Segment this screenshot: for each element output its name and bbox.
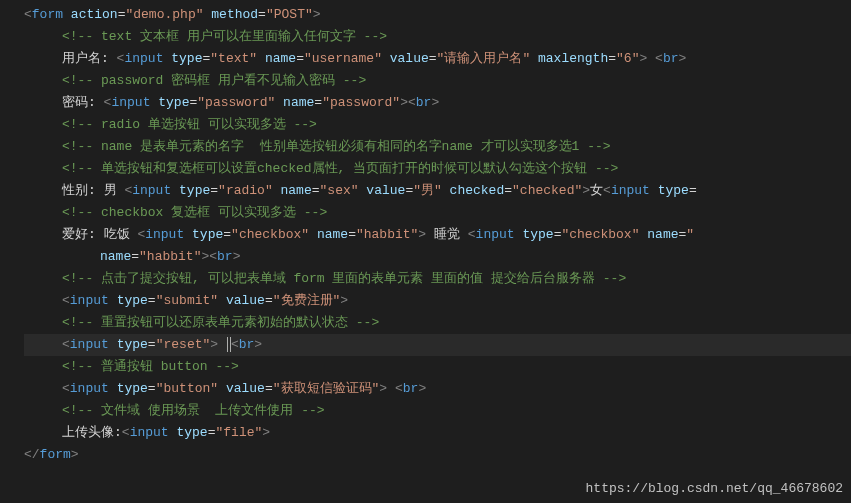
token-str: "submit" [156,293,218,308]
code-editor[interactable]: <form action="demo.php" method="POST"><!… [0,0,851,466]
token-txt [530,51,538,66]
code-line[interactable]: <!-- 点击了提交按钮, 可以把表单域 form 里面的表单元素 里面的值 提… [24,268,851,290]
token-txt: 用户名: [62,51,117,66]
token-cmt: <!-- name 是表单元素的名字 性别单选按钮必须有相同的名字name 才可… [62,139,611,154]
token-str: "username" [304,51,382,66]
token-txt [309,227,317,242]
token-str: "habbit" [356,227,418,242]
token-attr: type [176,425,207,440]
token-cmt: <!-- 普通按钮 button --> [62,359,239,374]
code-line[interactable]: <!-- 单选按钮和复选框可以设置checked属性, 当页面打开的时候可以默认… [24,158,851,180]
token-attr: name [281,183,312,198]
token-cmt: <!-- password 密码框 用户看不见输入密码 --> [62,73,366,88]
token-attr: type [179,183,210,198]
token-br: < [24,7,32,22]
token-txt: 女 [590,183,603,198]
token-txt [387,381,395,396]
code-line[interactable]: 密码: <input type="password" name="passwor… [24,92,851,114]
token-br: < [395,381,403,396]
token-tag: input [145,227,184,242]
token-txt [171,183,179,198]
code-line[interactable]: <!-- radio 单选按钮 可以实现多选 --> [24,114,851,136]
token-eq: = [265,293,273,308]
token-br: > [418,227,426,242]
token-str: " [686,227,694,242]
code-line[interactable]: <!-- 文件域 使用场景 上传文件使用 --> [24,400,851,422]
token-attr: action [71,7,118,22]
token-attr: value [366,183,405,198]
token-br: > [254,337,262,352]
token-br: < [62,293,70,308]
token-tag: input [611,183,650,198]
token-str: "password" [197,95,275,110]
code-line[interactable]: <input type="reset"> <br> [24,334,851,356]
code-line[interactable]: <input type="button" value="获取短信验证码"> <b… [24,378,851,400]
token-br: > [379,381,387,396]
code-line[interactable]: <input type="submit" value="免费注册"> [24,290,851,312]
token-eq: = [210,183,218,198]
token-txt [184,227,192,242]
token-tag: form [40,447,71,462]
code-line[interactable]: <!-- name 是表单元素的名字 性别单选按钮必须有相同的名字name 才可… [24,136,851,158]
code-line[interactable]: <!-- 重置按钮可以还原表单元素初始的默认状态 --> [24,312,851,334]
token-attr: checked [450,183,505,198]
code-line[interactable]: <!-- text 文本框 用户可以在里面输入任何文字 --> [24,26,851,48]
token-txt [109,381,117,396]
code-line[interactable]: <!-- password 密码框 用户看不见输入密码 --> [24,70,851,92]
token-cmt: <!-- 点击了提交按钮, 可以把表单域 form 里面的表单元素 里面的值 提… [62,271,626,286]
code-line[interactable]: <form action="demo.php" method="POST"> [24,4,851,26]
token-eq: = [258,7,266,22]
token-attr: type [522,227,553,242]
token-tag: form [32,7,63,22]
token-br: > [71,447,79,462]
code-line[interactable]: 用户名: <input type="text" name="username" … [24,48,851,70]
token-cmt: <!-- 单选按钮和复选框可以设置checked属性, 当页面打开的时候可以默认… [62,161,618,176]
token-txt: 密码: [62,95,104,110]
code-line[interactable]: 上传头像:<input type="file"> [24,422,851,444]
token-str: "sex" [320,183,359,198]
code-line[interactable]: 爱好: 吃饭 <input type="checkbox" name="habb… [24,224,851,246]
token-str: "password" [322,95,400,110]
token-tag: input [130,425,169,440]
token-eq: = [429,51,437,66]
token-br: < [231,337,239,352]
token-attr: value [226,381,265,396]
token-txt [109,337,117,352]
token-cmt: <!-- radio 单选按钮 可以实现多选 --> [62,117,317,132]
token-txt: 上传头像: [62,425,122,440]
token-br: < [655,51,663,66]
token-cmt: <!-- 重置按钮可以还原表单元素初始的默认状态 --> [62,315,379,330]
token-txt [63,7,71,22]
token-attr: type [117,337,148,352]
token-txt [218,337,226,352]
token-eq: = [312,183,320,198]
token-txt [218,293,226,308]
code-line[interactable]: 性别: 男 <input type="radio" name="sex" val… [24,180,851,202]
token-eq: = [148,293,156,308]
token-attr: type [658,183,689,198]
token-str: "男" [413,183,442,198]
token-tag: input [111,95,150,110]
token-str: "text" [210,51,257,66]
code-line[interactable]: <!-- 普通按钮 button --> [24,356,851,378]
token-cmt: <!-- 文件域 使用场景 上传文件使用 --> [62,403,325,418]
token-txt: 性别: 男 [62,183,124,198]
token-br: < [468,227,476,242]
token-txt [257,51,265,66]
token-str: "checkbox" [231,227,309,242]
token-eq: = [148,337,156,352]
token-eq: = [265,381,273,396]
token-br: > [340,293,348,308]
token-str: "button" [156,381,218,396]
token-attr: type [171,51,202,66]
token-attr: name [317,227,348,242]
token-eq: = [689,183,697,198]
code-line[interactable]: <!-- checkbox 复选框 可以实现多选 --> [24,202,851,224]
code-line[interactable]: name="habbit"><br> [24,246,851,268]
code-line[interactable]: </form> [24,444,851,466]
token-br: > [418,381,426,396]
token-tag: input [124,51,163,66]
token-str: "demo.php" [125,7,203,22]
token-txt [275,95,283,110]
token-txt [442,183,450,198]
